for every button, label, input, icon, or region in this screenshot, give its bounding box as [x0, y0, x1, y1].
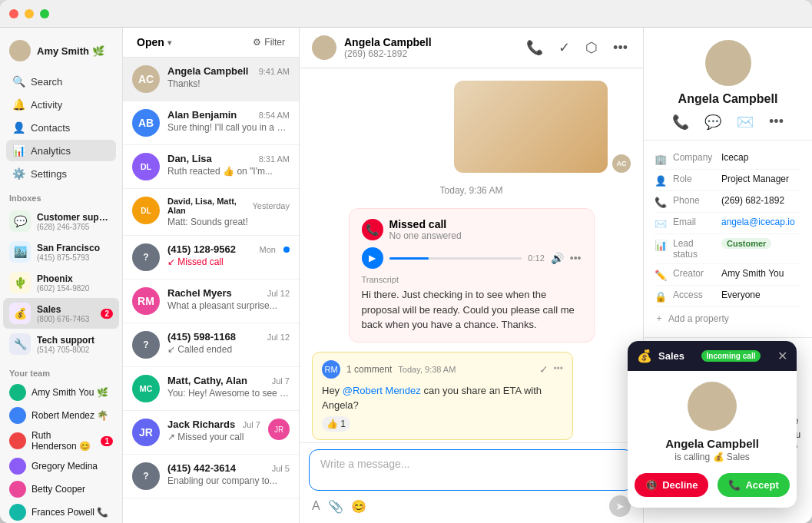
- format-icon[interactable]: A: [312, 499, 320, 513]
- team-gregory-medina[interactable]: Gregory Medina: [3, 455, 119, 478]
- comment-check-icon[interactable]: ✓: [539, 363, 549, 376]
- chat-area: Angela Campbell (269) 682-1892 📞 ✓ ⬡ •••…: [300, 28, 643, 523]
- incoming-call-popup: 💰 Sales Incoming call ✕ Angela Campbell …: [628, 341, 797, 508]
- message-input[interactable]: [309, 449, 634, 491]
- panel-more-button[interactable]: •••: [769, 114, 784, 131]
- comment-time: Today, 9:38 AM: [398, 365, 456, 374]
- inbox-san-francisco[interactable]: 🏙️ San Francisco (415) 875-5793: [3, 237, 119, 267]
- comment-more-icon[interactable]: •••: [553, 363, 563, 376]
- emoji-icon[interactable]: 😊: [351, 499, 366, 514]
- conv-item-angela[interactable]: AC Angela Campbell 9:41 AM Thanks!: [123, 58, 299, 101]
- conv-body-415-442: (415) 442-3614 Jul 5 Enabling our compan…: [167, 462, 290, 486]
- maximize-button[interactable]: [40, 9, 49, 18]
- conv-item-415-128[interactable]: ? (415) 128-9562 Mon ↙ Missed call: [123, 236, 299, 280]
- call-caller-name: Angela Campbell: [665, 437, 759, 450]
- close-button[interactable]: [9, 9, 18, 18]
- nav-search[interactable]: 🔍 Search: [6, 71, 116, 92]
- inbox-sf-icon: 🏙️: [9, 241, 31, 263]
- inboxes-section-title: Inboxes: [0, 187, 122, 206]
- panel-email-button[interactable]: ✉️: [737, 114, 754, 131]
- call-caller-status: is calling 💰 Sales: [674, 452, 750, 462]
- audio-more-icon[interactable]: •••: [570, 252, 582, 264]
- open-filter-button[interactable]: Open ▾: [132, 34, 176, 51]
- add-property-button[interactable]: ＋ Add a property: [655, 307, 801, 329]
- phone-icon-btn[interactable]: 📞: [523, 36, 546, 59]
- conv-item-alan[interactable]: AB Alan Benjamin 8:54 AM Sure thing! I'l…: [123, 101, 299, 145]
- filter-button[interactable]: ⚙ Filter: [248, 35, 290, 50]
- nav-settings[interactable]: ⚙️ Settings: [6, 163, 116, 184]
- call-brand-name: Sales: [658, 350, 684, 362]
- title-bar: [0, 0, 812, 28]
- sender-avatar-small: AC: [612, 154, 631, 173]
- company-label: Company: [673, 152, 715, 163]
- inbox-sales[interactable]: 💰 Sales (800) 676-7463 2: [3, 298, 119, 329]
- chat-actions: 📞 ✓ ⬡ •••: [523, 36, 631, 59]
- nav-settings-label: Settings: [31, 168, 67, 180]
- panel-message-button[interactable]: 💬: [704, 114, 721, 131]
- team-robert-mendez[interactable]: Robert Mendez 🌴: [3, 404, 119, 427]
- accept-button[interactable]: 📞 Accept: [718, 473, 789, 497]
- comment-author-avatar: RM: [322, 360, 340, 379]
- comment-reactions: 👍 1: [322, 416, 563, 432]
- conv-item-jack[interactable]: JR Jack Richards Jul 7 ↗ Missed your cal…: [123, 411, 299, 455]
- lead-status-label: Lead status: [673, 238, 715, 260]
- inbox-phoenix[interactable]: 🌵 Phoenix (602) 154-9820: [3, 267, 119, 298]
- conv-body-415: (415) 128-9562 Mon ↙ Missed call: [167, 243, 276, 267]
- call-close-button[interactable]: ✕: [777, 349, 787, 363]
- sales-badge: 2: [101, 309, 113, 319]
- missed-call-icon: 📞: [362, 219, 383, 240]
- info-lead-status: 📊 Lead status Customer: [655, 234, 801, 264]
- conv-item-rachel[interactable]: RM Rachel Myers Jul 12 What a pleasant s…: [123, 280, 299, 323]
- call-status-badge: Incoming call: [701, 350, 761, 362]
- nav-contacts-label: Contacts: [31, 122, 70, 134]
- panel-phone-button[interactable]: 📞: [672, 114, 689, 131]
- panel-contact-name: Angela Campbell: [678, 92, 778, 106]
- profile-name: Amy Smith 🌿: [37, 45, 104, 57]
- conv-item-415-442[interactable]: ? (415) 442-3614 Jul 5 Enabling our comp…: [123, 455, 299, 498]
- conversation-items: AC Angela Campbell 9:41 AM Thanks! AB: [123, 58, 299, 523]
- message-input-area: A 📎 😊 ➤: [300, 442, 643, 523]
- transcript-section: Transcript Hi there. Just checking in to…: [362, 275, 582, 333]
- minimize-button[interactable]: [25, 9, 34, 18]
- team-frances-powell[interactable]: Frances Powell 📞: [3, 501, 119, 523]
- conv-item-david-group[interactable]: DL David, Lisa, Matt, Alan Yesterday Mat…: [123, 189, 299, 236]
- volume-icon[interactable]: 🔊: [551, 252, 564, 264]
- check-icon-btn[interactable]: ✓: [555, 36, 573, 59]
- chat-contact-info: Angela Campbell (269) 682-1892: [344, 36, 515, 59]
- conv-avatar-415-442: ?: [132, 462, 160, 490]
- message-toolbar: A 📎 😊 ➤: [309, 495, 634, 517]
- phone-value: (269) 682-1892: [721, 195, 801, 206]
- email-value[interactable]: angela@icecap.io: [721, 217, 801, 227]
- decline-button[interactable]: 📵 Decline: [635, 473, 708, 497]
- panel-action-buttons: 📞 💬 ✉️ •••: [672, 114, 784, 131]
- play-button[interactable]: ▶: [362, 247, 383, 269]
- nav-contacts[interactable]: 👤 Contacts: [6, 117, 116, 138]
- plus-icon: ＋: [655, 312, 664, 325]
- lead-status-icon: 📊: [655, 240, 667, 251]
- team-amy-smith[interactable]: Amy Smith You 🌿: [3, 381, 119, 404]
- conv-body-matt: Matt, Cathy, Alan Jul 7 You: Hey! Awesom…: [167, 375, 290, 399]
- comment-wrapper: RM 1 comment Today, 9:38 AM ✓ ••• Hey @R…: [312, 352, 631, 443]
- attach-icon[interactable]: 📎: [328, 499, 343, 514]
- inbox-tech-support[interactable]: 🔧 Tech support (514) 705-8002: [3, 329, 119, 359]
- team-betty-cooper[interactable]: Betty Cooper: [3, 478, 119, 501]
- conv-item-matt-cathy[interactable]: MC Matt, Cathy, Alan Jul 7 You: Hey! Awe…: [123, 367, 299, 411]
- nav-activity[interactable]: 🔔 Activity: [6, 94, 116, 115]
- person-icon: 👤: [12, 121, 25, 134]
- conversation-list: Open ▾ ⚙ Filter AC Angela Campbell 9:41 …: [123, 28, 300, 523]
- email-label: Email: [673, 217, 715, 227]
- nav-analytics[interactable]: 📊 Analytics: [6, 140, 116, 161]
- conv-item-dan-lisa[interactable]: DL Dan, Lisa 8:31 AM Ruth reacted 👍 on "…: [123, 145, 299, 189]
- audio-player: ▶ 0:12 🔊 •••: [362, 247, 582, 269]
- inbox-customer-support[interactable]: 💬 Customer support (628) 246-3765: [3, 206, 119, 237]
- info-access: 🔒 Access Everyone: [655, 286, 801, 307]
- conv-item-415-598[interactable]: ? (415) 598-1168 Jul 12 ↙ Called ended: [123, 323, 299, 367]
- share-icon-btn[interactable]: ⬡: [582, 36, 601, 59]
- phone-info-icon: 📞: [655, 197, 667, 208]
- thumbs-up-reaction[interactable]: 👍 1: [322, 416, 350, 432]
- audio-progress-bar[interactable]: [389, 257, 522, 260]
- inbox-tech-info: Tech support (514) 705-8002: [37, 335, 113, 354]
- more-icon-btn[interactable]: •••: [610, 37, 631, 59]
- comment-count: 1 comment: [346, 364, 392, 375]
- team-ruth-henderson[interactable]: Ruth Henderson 😊 1: [3, 427, 119, 455]
